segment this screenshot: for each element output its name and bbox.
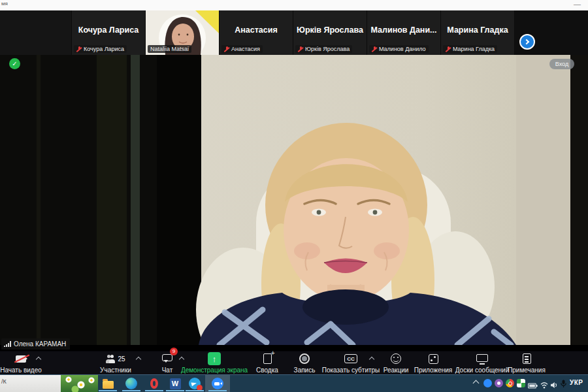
running-indicator <box>208 390 227 391</box>
viber-icon[interactable] <box>495 379 503 387</box>
participant-tag-text: Юрків Ярослава <box>305 46 350 52</box>
file-explorer-icon[interactable] <box>101 377 114 390</box>
telegram-icon[interactable] <box>188 377 201 390</box>
whiteboards-icon <box>476 354 488 362</box>
participant-name-tag: Nataliia Matsai <box>148 45 191 53</box>
participant-name: Марина Гладка <box>441 25 514 35</box>
window-title-fragment: мя <box>1 1 8 7</box>
captions-button[interactable]: CC Показать субтитры <box>316 352 386 374</box>
speaker-video-scene <box>0 55 588 351</box>
wifi-icon[interactable] <box>540 380 548 391</box>
participant-name: Кочура Лариса <box>72 25 145 35</box>
video-camera-off-icon <box>16 355 26 363</box>
captions-cc-icon: CC <box>344 354 357 363</box>
muted-mic-icon <box>224 46 229 52</box>
audio-level-bars-icon <box>4 341 11 347</box>
participant-name-tag: Малинов Данило <box>369 45 429 53</box>
notes-label: Примечания <box>508 367 546 374</box>
chevron-right-icon <box>524 39 529 44</box>
meeting-toolbar: Начать видео 25 Участники 9 Чат Демонстр… <box>0 351 588 374</box>
muted-mic-icon <box>372 46 377 52</box>
volume-icon[interactable] <box>550 380 558 391</box>
speaker-name-text: Олена КАРАМАН <box>14 340 66 348</box>
participant-tile-nataliia[interactable]: Nataliia Matsai <box>146 10 220 55</box>
start-video-button[interactable]: Начать видео <box>0 352 42 374</box>
running-indicator <box>186 390 204 391</box>
red-app-icon[interactable] <box>506 379 514 387</box>
participant-tile-marina[interactable]: Марина Гладка Марина Гладка <box>441 10 515 55</box>
summary-label: Сводка <box>256 367 278 374</box>
apps-icon <box>429 354 438 364</box>
reactions-label: Реакции <box>384 367 409 374</box>
captions-label: Показать субтитры <box>322 367 380 374</box>
participant-name: Юрків Ярослава <box>293 25 367 35</box>
summary-doc-icon <box>263 353 272 364</box>
zoom-meeting-window: мя — Кочура Лариса Кочура Лариса <box>0 0 588 392</box>
running-indicator <box>145 390 163 391</box>
participant-tag-text: Малинов Данило <box>379 46 426 52</box>
start-video-label: Начать видео <box>0 367 42 374</box>
screen-share-icon <box>208 352 221 365</box>
reactions-smiley-icon <box>391 353 401 364</box>
microphone-icon[interactable] <box>560 379 567 391</box>
participants-label: Участники <box>100 367 131 374</box>
participant-tile-malinov[interactable]: Малинов Дани... Малинов Данило <box>367 10 441 55</box>
desktop-wallpaper-flowers <box>61 375 98 392</box>
participant-tag-text: Nataliia Matsai <box>150 46 189 52</box>
muted-mic-icon <box>76 46 82 52</box>
participant-name-tag: Кочура Лариса <box>74 45 127 53</box>
edge-icon[interactable] <box>125 377 138 390</box>
muted-mic-icon <box>446 46 451 52</box>
participants-count: 25 <box>118 355 125 363</box>
participant-tile-yurkiv[interactable]: Юрків Ярослава Юрків Ярослава <box>293 10 367 55</box>
participant-tag-text: Кочура Лариса <box>84 46 124 52</box>
zoom-icon[interactable] <box>211 377 224 390</box>
shield-check-icon[interactable] <box>9 58 20 69</box>
participant-filmstrip: Кочура Лариса Кочура Лариса Nataliia Mat… <box>0 10 588 55</box>
zoom-tray-icon[interactable] <box>483 379 492 387</box>
window-titlebar: мя — <box>0 0 588 10</box>
participant-tag-text: Марина Гладка <box>453 46 495 52</box>
participants-button[interactable]: 25 Участники <box>93 352 139 374</box>
speaker-name-tag: Олена КАРАМАН <box>1 338 70 350</box>
next-participants-button[interactable] <box>519 34 535 50</box>
participant-name: Анастасия <box>220 25 293 35</box>
participant-name-tag: Марина Гладка <box>443 45 497 53</box>
opera-icon[interactable] <box>148 377 161 390</box>
word-icon[interactable]: W <box>169 377 182 390</box>
minimize-button[interactable]: — <box>574 0 581 8</box>
background-window-peek[interactable]: /К <box>0 375 61 392</box>
muted-mic-icon <box>298 46 303 52</box>
notes-button[interactable]: Примечания <box>498 352 555 374</box>
running-indicator <box>99 390 117 391</box>
running-indicator <box>122 390 140 391</box>
notes-icon <box>523 353 531 364</box>
main-video: Вход Олена КАРАМАН <box>0 55 588 351</box>
battery-icon[interactable] <box>528 380 538 392</box>
entry-badge[interactable]: Вход <box>549 59 574 69</box>
participant-tile-anastasia[interactable]: Анастасия Анастасия <box>220 10 293 55</box>
participant-tile-kochura[interactable]: Кочура Лариса Кочура Лариса <box>72 10 146 55</box>
record-icon <box>299 353 310 364</box>
participant-name: Малинов Дани... <box>367 25 440 35</box>
participant-name-tag: Юрків Ярослава <box>295 45 352 53</box>
participants-icon <box>109 355 115 363</box>
participant-tile-partial[interactable] <box>0 10 72 55</box>
running-indicator <box>166 390 184 391</box>
green-app-icon[interactable] <box>517 379 525 387</box>
record-label: Запись <box>294 367 316 374</box>
summary-button[interactable]: Сводка <box>246 352 288 374</box>
participant-name-tag: Анастасия <box>221 45 263 53</box>
language-indicator[interactable]: УКР <box>570 379 583 386</box>
participant-tag-text: Анастасия <box>231 46 260 52</box>
share-screen-label: Демонстрация экрана <box>181 367 248 374</box>
